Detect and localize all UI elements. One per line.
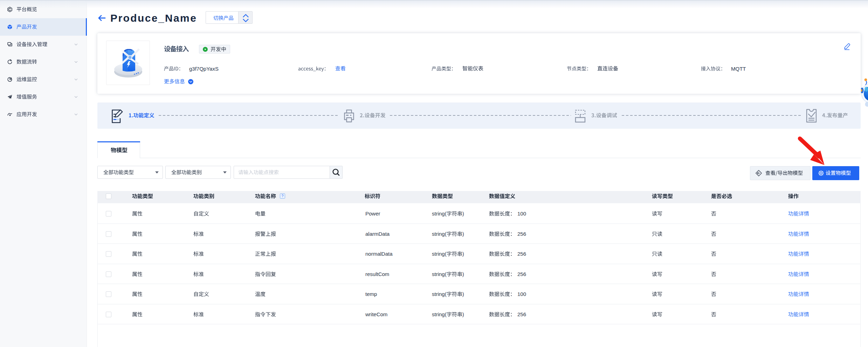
svg-text:?: ? bbox=[282, 194, 284, 198]
